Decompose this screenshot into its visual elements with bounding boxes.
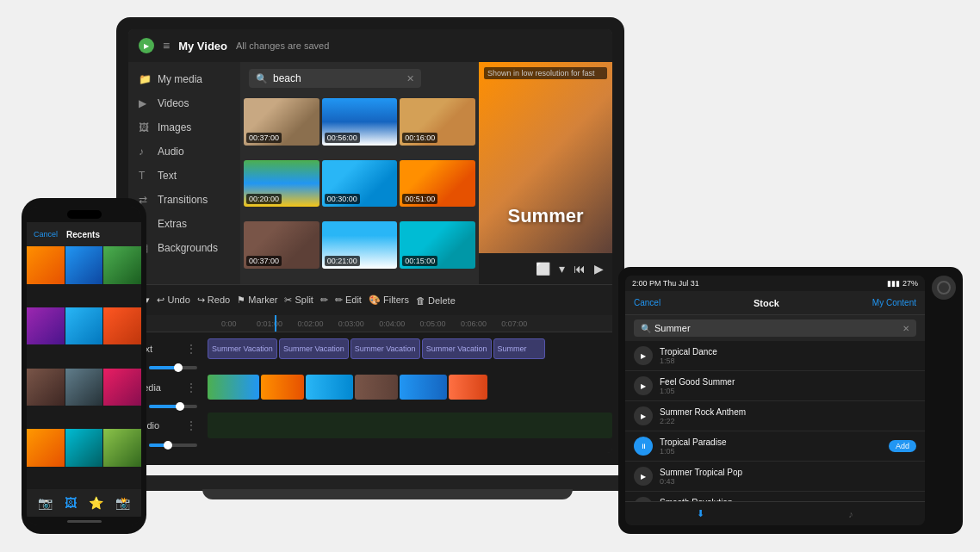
split-button[interactable]: ✂ Split [284,295,313,306]
music-play-btn-2[interactable]: ▶ [634,376,653,395]
folder-icon: 📁 [139,73,151,85]
music-play-btn-5[interactable]: ▶ [634,467,653,486]
phone-photo-7[interactable] [27,369,65,406]
media-track-options-icon[interactable]: ⋮ [185,381,197,394]
text-clip-3[interactable]: Summer Vacation [350,338,420,359]
media-thumb-9[interactable]: 00:15:00 [400,221,475,269]
phone-photo-4[interactable] [27,307,65,345]
chevron-down-icon[interactable]: ▾ [559,262,565,276]
filters-button[interactable]: 🎨 Filters [369,295,409,306]
phone-photo-1[interactable] [27,246,65,284]
media-thumb-5[interactable]: 00:30:00 [322,160,398,208]
phone-photo-12[interactable] [103,429,141,467]
media-thumb-1[interactable]: 00:37:00 [244,98,319,146]
pen-icon[interactable]: ✏ [320,295,328,306]
phone-tab-photos[interactable]: 🖼 [65,496,77,510]
search-input-wrap[interactable]: 🔍 ✕ [249,69,421,88]
search-clear-icon[interactable]: ✕ [406,73,414,84]
music-item-5[interactable]: ▶ Summer Tropical Pop 0:43 [625,462,925,492]
text-volume-slider[interactable] [149,366,197,369]
media-thumb-7[interactable]: 00:37:00 [244,221,319,269]
audio-volume-slider[interactable] [149,443,197,447]
sidebar-item-images[interactable]: 🖼 Images [128,115,240,140]
ruler-mark-0: 0:00 [208,319,249,328]
sidebar-item-audio[interactable]: ♪ Audio [128,140,240,164]
playhead[interactable] [275,315,276,332]
tablet-my-content-button[interactable]: My Content [872,298,916,307]
media-thumb-3[interactable]: 00:16:00 [400,98,475,146]
sidebar-item-my-media[interactable]: 📁 My media [128,67,240,91]
music-play-btn-1[interactable]: ▶ [634,346,653,365]
ruler-mark-4: 0:04:00 [372,319,412,328]
text-clip-4[interactable]: Summer Vacation [422,338,492,359]
phone-photo-6[interactable] [103,307,141,345]
music-add-button-4[interactable]: Add [889,440,916,452]
media-volume-slider[interactable] [149,405,197,408]
phone-photo-8[interactable] [65,369,103,406]
media-clip-2[interactable] [261,375,304,400]
text-clip-1[interactable]: Summer Vacation [208,338,277,359]
redo-button[interactable]: ↪ Redo [197,295,230,306]
tablet-cancel-button[interactable]: Cancel [634,298,661,307]
phone-tab-favorites[interactable]: ⭐ [89,496,103,510]
app-main: 📁 My media ▶ Videos 🖼 Images ♪ Audio [128,62,612,284]
thumb-duration-1: 00:37:00 [246,133,282,143]
media-thumb-8[interactable]: 00:21:00 [322,221,398,269]
rewind-button[interactable]: ⏮ [574,262,586,276]
media-clip-1[interactable] [208,375,259,400]
tablet-battery: ▮▮▮ 27% [887,279,918,288]
music-item-3[interactable]: ▶ Summer Rock Anthem 2:22 [625,401,925,431]
media-clip-6[interactable] [449,375,487,400]
text-clip-2[interactable]: Summer Vacation [279,338,349,359]
music-item-2[interactable]: ▶ Feel Good Summer 1:05 [625,371,925,401]
media-clip-5[interactable] [400,375,447,400]
audio-track-options-icon[interactable]: ⋮ [185,419,197,432]
phone-photo-10[interactable] [27,429,65,467]
window-size-icon[interactable]: ⬜ [536,262,550,276]
text-track-clips: Summer Vacation Summer Vacation Summer V… [208,336,612,362]
audio-waveform [208,412,612,438]
sidebar-item-text[interactable]: T Text [128,164,240,188]
text-clip-5[interactable]: Summer [493,338,545,359]
phone-photo-3[interactable] [103,246,141,284]
undo-button[interactable]: ↩ Undo [157,295,189,306]
music-item-4[interactable]: ⏸ Tropical Paradise 1:05 Add [625,431,925,462]
phone-tab-albums[interactable]: 📸 [115,496,130,510]
phone-photo-11[interactable] [65,429,103,467]
music-play-btn-3[interactable]: ▶ [634,406,653,425]
tablet-tab-store[interactable]: ⬇ [697,508,704,519]
media-volume-thumb[interactable] [176,402,184,411]
media-clip-3[interactable] [306,375,353,400]
tablet-search-clear[interactable]: ✕ [902,324,909,333]
play-button[interactable]: ▶ [594,262,604,276]
tablet-title: Stock [754,298,779,308]
music-item-6[interactable]: ▶ Smooth Revolution 2:43 [625,492,925,501]
timeline-toolbar: + ▾ ↩ Undo ↪ Redo ⚑ Marker ✂ Split ✏ ✏ E… [128,284,612,315]
text-track-options-icon[interactable]: ⋮ [185,342,197,356]
phone-cancel-button[interactable]: Cancel [34,230,58,239]
phone-photo-5[interactable] [65,307,103,345]
play-icon-4: ⏸ [640,443,647,450]
tablet-search-input[interactable] [654,323,899,333]
phone-photo-9[interactable] [103,369,141,406]
edit-button[interactable]: ✏ Edit [335,295,362,306]
media-thumb-6[interactable]: 00:51:00 [400,160,475,208]
phone-photo-2[interactable] [65,246,103,284]
audio-volume-thumb[interactable] [164,441,172,450]
sidebar-item-videos[interactable]: ▶ Videos [128,91,240,115]
media-thumb-2[interactable]: 00:56:00 [322,98,398,146]
search-input[interactable] [273,72,401,84]
music-play-btn-4[interactable]: ⏸ [634,437,653,456]
media-thumb-4[interactable]: 00:20:00 [244,160,319,208]
tablet-home-button[interactable] [932,276,956,300]
phone-tab-camera[interactable]: 📷 [38,496,53,510]
text-volume-thumb[interactable] [174,363,183,372]
tablet-search-input-wrap[interactable]: 🔍 ✕ [634,319,916,337]
menu-icon[interactable]: ≡ [163,39,170,53]
music-item-1[interactable]: ▶ Tropical Dance 1:58 [625,341,925,371]
app-saved-status: All changes are saved [236,40,329,51]
tablet-tab-my-music[interactable]: ♪ [848,509,853,519]
media-clip-4[interactable] [355,375,398,400]
delete-button[interactable]: 🗑 Delete [416,295,456,306]
marker-button[interactable]: ⚑ Marker [237,295,277,306]
